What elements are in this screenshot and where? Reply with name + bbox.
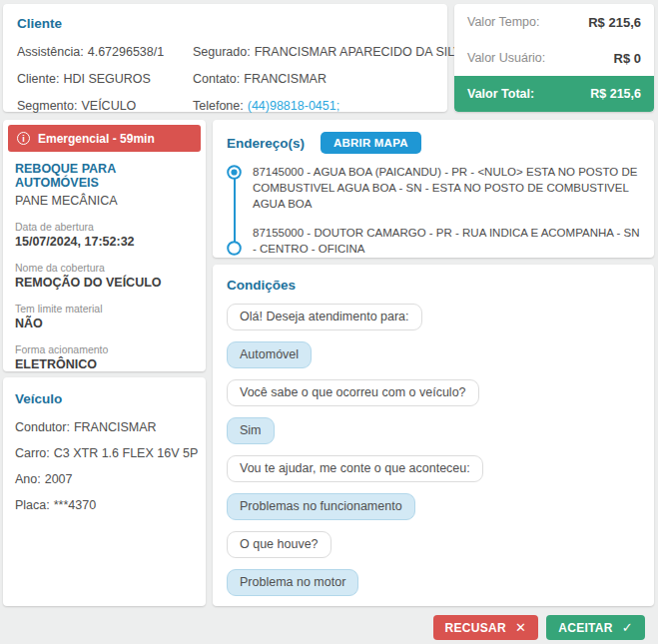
chat-answer-bubble: Problemas no funcionamento <box>227 493 415 520</box>
radio-unselected-icon[interactable] <box>227 225 242 257</box>
open-date-label: Data de abertura <box>15 221 194 233</box>
check-icon: ✓ <box>622 620 633 635</box>
value-amount: R$ 0 <box>614 51 641 66</box>
service-name: REBOQUE PARA AUTOMÓVEIS <box>15 162 194 190</box>
radio-selected-icon[interactable] <box>227 164 242 212</box>
value-amount: R$ 215,6 <box>588 15 641 30</box>
field-label: Segurado: <box>193 45 251 59</box>
addresses-header: Endereço(s) ABRIR MAPA <box>227 132 640 154</box>
phone-link[interactable]: (44)98818-0451; <box>248 99 339 113</box>
activation-mode-value: ELETRÔNICO <box>15 357 194 371</box>
field-label: Telefone: <box>193 99 244 113</box>
emergency-badge: i Emergencial - 59min <box>8 125 201 152</box>
vehicle-card-title: Veículo <box>15 391 194 406</box>
driver-field: Condutor: FRANCISMAR <box>15 414 194 440</box>
assistance-number-field: Assistência: 4.67296538/1 <box>17 38 193 65</box>
field-label: Ano: <box>15 472 41 486</box>
plate-field: Placa: ***4370 <box>15 492 194 518</box>
field-value: C3 XTR 1.6 FLEX 16V 5P <box>54 446 199 460</box>
values-card: Valor Tempo: R$ 215,6 Valor Usuário: R$ … <box>454 4 654 112</box>
field-value: 2007 <box>45 472 73 486</box>
value-time-row: Valor Tempo: R$ 215,6 <box>454 4 654 40</box>
client-fields: Assistência: 4.67296538/1 Cliente: HDI S… <box>17 38 433 119</box>
year-field: Ano: 2007 <box>15 466 194 492</box>
field-value: FRANCISMAR <box>74 420 157 434</box>
field-label: Condutor: <box>15 420 70 434</box>
address-item-origin: 87145000 - AGUA BOA (PAICANDU) - PR - <N… <box>227 164 640 212</box>
chat-answer-bubble: Sim <box>227 417 275 444</box>
footer-actions: RECUSAR ✕ ACEITAR ✓ <box>433 615 645 640</box>
value-total-row: Valor Total: R$ 215,6 <box>454 76 654 112</box>
value-label: Valor Usuário: <box>467 51 545 65</box>
field-value: FRANCISMAR APARECIDO DA SILVA <box>255 45 469 59</box>
material-limit-label: Tem limite material <box>15 303 194 315</box>
phone-field: Telefone: (44)98818-0451; <box>193 92 469 119</box>
field-value: HDI SEGUROS <box>63 72 151 86</box>
value-label: Valor Tempo: <box>467 15 540 29</box>
chat-answer-bubble: Problema no motor <box>227 569 358 596</box>
car-field: Carro: C3 XTR 1.6 FLEX 16V 5P <box>15 440 194 466</box>
field-label: Placa: <box>15 498 50 512</box>
accept-button-label: ACEITAR <box>558 621 613 635</box>
addresses-title: Endereço(s) <box>227 136 305 151</box>
total-label: Valor Total: <box>467 87 534 101</box>
service-problem: PANE MECÂNICA <box>15 194 194 208</box>
address-text: 87155000 - DOUTOR CAMARGO - PR - RUA IND… <box>253 225 640 257</box>
chat-message-list: Olá! Deseja atendimento para: Automóvel … <box>227 304 640 606</box>
field-value: 4.67296538/1 <box>88 45 164 59</box>
field-label: Assistência: <box>17 45 84 59</box>
client-card: Cliente Assistência: 4.67296538/1 Client… <box>3 4 447 112</box>
activation-mode-label: Forma acionamento <box>15 343 194 355</box>
field-label: Cliente: <box>17 72 59 86</box>
client-col-left: Assistência: 4.67296538/1 Cliente: HDI S… <box>17 38 193 119</box>
addresses-card: Endereço(s) ABRIR MAPA 87145000 - AGUA B… <box>213 120 654 258</box>
client-card-title: Cliente <box>17 16 433 31</box>
info-icon: i <box>17 132 30 145</box>
insured-field: Segurado: FRANCISMAR APARECIDO DA SILVA <box>193 38 469 65</box>
refuse-button-label: RECUSAR <box>445 621 506 635</box>
vehicle-card: Veículo Condutor: FRANCISMAR Carro: C3 X… <box>3 377 206 606</box>
address-text: 87145000 - AGUA BOA (PAICANDU) - PR - <N… <box>253 164 640 212</box>
conditions-card: Condições Olá! Deseja atendimento para: … <box>213 265 654 606</box>
chat-answer-bubble: Automóvel <box>227 341 312 368</box>
address-list: 87145000 - AGUA BOA (PAICANDU) - PR - <N… <box>227 164 640 257</box>
field-value: VEÍCULO <box>81 99 136 113</box>
assistance-detail-page: Cliente Assistência: 4.67296538/1 Client… <box>0 0 658 644</box>
value-user-row: Valor Usuário: R$ 0 <box>454 40 654 76</box>
chat-question-bubble: Olá! Deseja atendimento para: <box>227 304 422 330</box>
address-item-destination: 87155000 - DOUTOR CAMARGO - PR - RUA IND… <box>227 225 640 257</box>
field-label: Contato: <box>193 72 240 86</box>
client-col-right: Segurado: FRANCISMAR APARECIDO DA SILVA … <box>193 38 469 119</box>
field-label: Carro: <box>15 446 50 460</box>
field-value: FRANCISMAR <box>244 72 327 86</box>
total-amount: R$ 215,6 <box>590 87 641 101</box>
material-limit-value: NÃO <box>15 317 194 330</box>
chat-question-bubble: O que houve? <box>227 531 331 558</box>
service-card: i Emergencial - 59min REBOQUE PARA AUTOM… <box>3 120 206 371</box>
coverage-name-value: REMOÇÃO DO VEÍCULO <box>15 276 194 290</box>
client-name-field: Cliente: HDI SEGUROS <box>17 65 193 92</box>
refuse-button[interactable]: RECUSAR ✕ <box>433 615 539 640</box>
close-icon: ✕ <box>515 620 526 635</box>
conditions-title: Condições <box>227 278 640 293</box>
chat-question-bubble: Vou te ajudar, me conte o que aconteceu: <box>227 455 483 482</box>
chat-question-bubble: Você sabe o que ocorreu com o veículo? <box>227 379 479 406</box>
open-map-button[interactable]: ABRIR MAPA <box>321 132 421 154</box>
open-date-value: 15/07/2024, 17:52:32 <box>15 235 194 249</box>
segment-field: Segmento: VEÍCULO <box>17 92 193 119</box>
emergency-badge-label: Emergencial - 59min <box>38 132 155 146</box>
accept-button[interactable]: ACEITAR ✓ <box>546 615 645 640</box>
contact-field: Contato: FRANCISMAR <box>193 65 469 92</box>
field-label: Segmento: <box>17 99 77 113</box>
coverage-name-label: Nome da cobertura <box>15 262 194 274</box>
field-value: ***4370 <box>54 498 96 512</box>
